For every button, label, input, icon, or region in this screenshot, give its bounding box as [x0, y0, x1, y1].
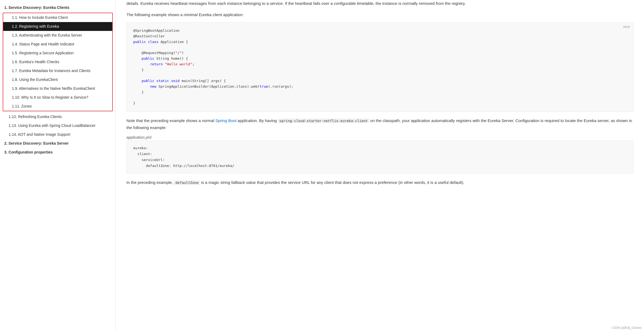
sidebar-highlight-box: 1.1. How to Include Eureka Client 1.2. R…	[3, 13, 113, 111]
sidebar-item-s1-3[interactable]: 1.3. Authenticating with the Eureka Serv…	[3, 31, 112, 40]
sidebar-item-s1-14[interactable]: 1.14. AOT and Native Image Support	[0, 130, 115, 139]
spring-boot-link[interactable]: Spring Boot	[215, 118, 236, 123]
sidebar-item-s1-1[interactable]: 1.1. How to Include Eureka Client	[3, 13, 112, 22]
sidebar-item-s1-5[interactable]: 1.5. Registering a Secure Application	[3, 49, 112, 58]
footer-text: In the preceding example, defaultZone is…	[126, 179, 633, 186]
sidebar-item-s1-9[interactable]: 1.9. Alternatives to the Native Netflix …	[3, 84, 112, 93]
footer-text-1: In the preceding example,	[126, 180, 174, 185]
yaml-code: eureka: client: serviceUrl: defaultZone:…	[133, 145, 627, 169]
sidebar-item-s1-13[interactable]: 1.13. Using Eureka with Spring Cloud Loa…	[0, 121, 115, 130]
sidebar-item-s3[interactable]: 3. Configuration properties	[0, 148, 115, 157]
footer-text-2: is a magic string fallback value that pr…	[200, 180, 464, 185]
java-code-block: JAVA @SpringBootApplication @RestControl…	[126, 22, 633, 112]
sidebar-item-s1[interactable]: 1. Service Discovery: Eureka Clients	[0, 3, 115, 12]
sidebar-item-s1-6[interactable]: 1.6. Eureka's Health Checks	[3, 58, 112, 66]
note-text-1: Note that the preceding example shows a …	[126, 118, 215, 123]
sidebar-item-s1-4[interactable]: 1.4. Status Page and Health Indicator	[3, 40, 112, 49]
file-label: application.yml	[126, 135, 633, 140]
intro-text-2: The following example shows a minimal Eu…	[126, 11, 633, 18]
sidebar-item-s1-12[interactable]: 1.12. Refreshing Eureka Clients	[0, 112, 115, 121]
sidebar-item-s1-2[interactable]: 1.2. Registering with Eureka	[3, 22, 112, 31]
default-zone-inline: defaultZone	[174, 180, 200, 185]
main-content: details. Eureka receives heartbeat messa…	[116, 0, 644, 332]
note-text-2: application. By having	[237, 118, 278, 123]
sidebar-item-s1-11[interactable]: 1.11. Zones	[3, 102, 112, 111]
note-text: Note that the preceding example shows a …	[126, 117, 633, 131]
sidebar-item-s1-10[interactable]: 1.10. Why Is It so Slow to Register a Se…	[3, 93, 112, 102]
intro-text-1: details. Eureka receives heartbeat messa…	[126, 0, 633, 7]
code-language-label: JAVA	[623, 25, 630, 30]
sidebar: 1. Service Discovery: Eureka Clients 1.1…	[0, 0, 116, 332]
java-code: @SpringBootApplication @RestController p…	[133, 28, 627, 106]
sidebar-item-s1-8[interactable]: 1.8. Using the EurekaClient	[3, 75, 112, 84]
eureka-client-inline-code: spring-cloud-starter-netflix-eureka-clie…	[278, 119, 369, 123]
watermark: CSDN @星域_D3zhan	[612, 326, 642, 330]
sidebar-item-s2[interactable]: 2. Service Discovery: Eureka Server	[0, 139, 115, 148]
yaml-code-block: eureka: client: serviceUrl: defaultZone:…	[126, 141, 633, 173]
sidebar-item-s1-7[interactable]: 1.7. Eureka Metadata for Instances and C…	[3, 66, 112, 75]
